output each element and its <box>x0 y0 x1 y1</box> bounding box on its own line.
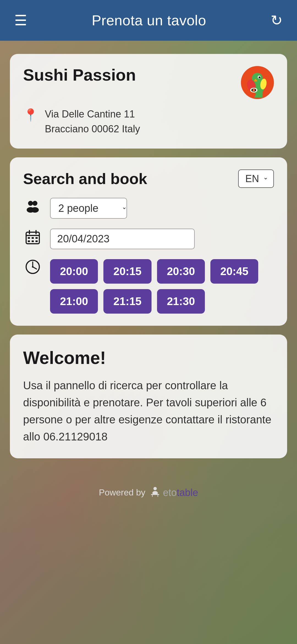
people-row: 1 person 2 people 3 people 4 people 5 pe… <box>23 198 274 219</box>
svg-rect-21 <box>28 240 30 242</box>
people-select[interactable]: 1 person 2 people 3 people 4 people 5 pe… <box>50 198 127 219</box>
time-slot-2100[interactable]: 21:00 <box>50 289 98 314</box>
svg-rect-30 <box>151 494 159 495</box>
app-header: ☰ Prenota un tavolo ↻ <box>0 0 297 41</box>
search-title: Search and book <box>23 170 147 188</box>
restaurant-card: Sushi Passion <box>10 54 287 149</box>
date-input[interactable] <box>50 229 195 249</box>
time-slot-2045[interactable]: 20:45 <box>210 259 258 284</box>
welcome-title: Welcome! <box>23 348 274 368</box>
svg-point-13 <box>31 207 39 213</box>
footer-logo-suffix: table <box>177 487 198 498</box>
restaurant-address: Via Delle Cantine 11 Bracciano 00062 Ita… <box>45 107 140 136</box>
time-slot-2000[interactable]: 20:00 <box>50 259 98 284</box>
time-slots-grid: 20:00 20:15 20:30 20:45 21:00 21:15 21:3… <box>50 259 274 314</box>
welcome-card: Welcome! Usa il pannello di ricerca per … <box>10 335 287 458</box>
svg-rect-18 <box>28 237 30 239</box>
time-slot-2030[interactable]: 20:30 <box>157 259 205 284</box>
svg-line-27 <box>33 267 37 269</box>
svg-point-11 <box>32 201 37 206</box>
restaurant-logo <box>241 66 274 99</box>
svg-rect-22 <box>32 240 34 242</box>
time-slots-container: 20:00 20:15 20:30 20:45 21:00 21:15 21:3… <box>23 259 274 314</box>
footer-person-icon <box>150 486 161 499</box>
svg-point-10 <box>28 201 33 206</box>
footer: Powered by etotable <box>0 475 297 510</box>
main-content: Sushi Passion <box>0 41 297 475</box>
footer-logo: etotable <box>150 486 198 499</box>
location-icon: 📍 <box>23 108 38 122</box>
welcome-text: Usa il pannello di ricerca per controlla… <box>23 377 274 445</box>
svg-point-9 <box>252 89 255 91</box>
language-selector[interactable]: EN IT FR DE <box>238 169 274 188</box>
restaurant-name: Sushi Passion <box>23 66 136 84</box>
calendar-icon <box>23 229 42 248</box>
svg-rect-19 <box>32 237 34 239</box>
time-slot-2115[interactable]: 21:15 <box>103 289 151 314</box>
footer-logo-prefix: eto <box>163 487 177 498</box>
svg-point-4 <box>258 76 260 78</box>
date-row <box>23 229 274 249</box>
powered-by-label: Powered by <box>99 487 145 498</box>
search-header: Search and book EN IT FR DE <box>23 169 274 188</box>
svg-point-28 <box>153 487 157 490</box>
clock-icon <box>23 259 42 278</box>
svg-rect-20 <box>35 237 38 239</box>
search-card: Search and book EN IT FR DE <box>10 157 287 326</box>
time-slot-2130[interactable]: 21:30 <box>157 289 205 314</box>
menu-icon[interactable]: ☰ <box>14 13 27 28</box>
restaurant-address-row: 📍 Via Delle Cantine 11 Bracciano 00062 I… <box>23 107 274 136</box>
time-slot-2015[interactable]: 20:15 <box>103 259 151 284</box>
refresh-icon[interactable]: ↻ <box>271 12 283 29</box>
footer-logo-text: etotable <box>163 487 198 498</box>
restaurant-header: Sushi Passion <box>23 66 274 99</box>
people-icon <box>23 199 42 218</box>
page-title: Prenota un tavolo <box>92 12 206 29</box>
svg-rect-23 <box>35 240 38 242</box>
language-select[interactable]: EN IT FR DE <box>244 173 268 185</box>
